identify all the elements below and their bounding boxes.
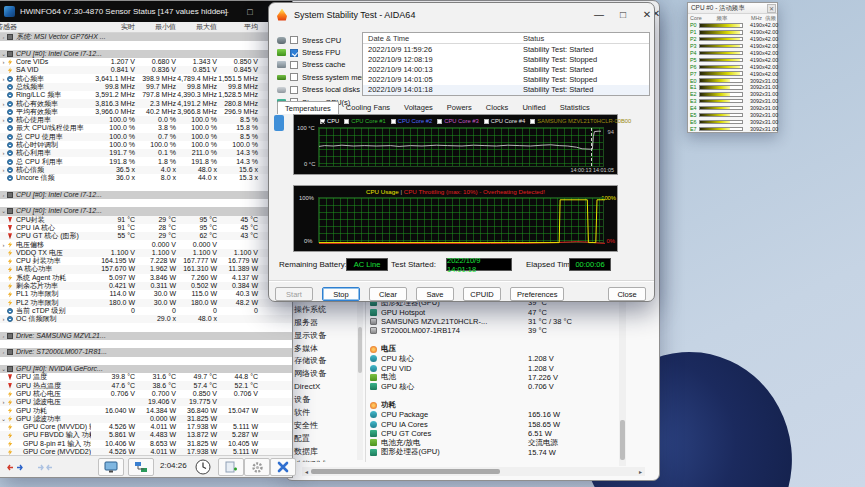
sensor-row[interactable]: ›核心利用率191.7 %0.1 %211.0 %14.3 %	[0, 149, 292, 157]
expander-icon[interactable]: ›	[0, 241, 7, 249]
expander-icon[interactable]: ›	[0, 75, 7, 83]
minimize-icon[interactable]: —	[212, 1, 236, 22]
monitor-icon[interactable]	[98, 458, 124, 476]
sensor-row[interactable]: CPU封装91 °C29 °C95 °C45 °C	[0, 216, 292, 224]
sensor-row[interactable]: Ring/LLC 频率3,591.2 MHz797.8 MHz4,390.3 M…	[0, 91, 292, 99]
hwinfo-window[interactable]: HWiNFO64 v7.30-4870 Sensor Status [147 v…	[0, 0, 293, 478]
sensor-row[interactable]: ›电压偏移0.000 V0.000 V	[0, 240, 292, 248]
sensor-row[interactable]: ›GPU 滤波电压19.406 V19.775 V	[0, 398, 292, 406]
legend-item[interactable]: CPU Core #2	[391, 118, 432, 124]
legend-checkbox[interactable]	[484, 119, 489, 124]
stress-option[interactable]: Stress CPU	[277, 34, 362, 46]
sensor-row[interactable]: GPU Core (MVVDD2) 输...4.526 W4.011 W17.9…	[0, 448, 292, 455]
sidebar-item[interactable]: 设备	[290, 393, 356, 406]
checkbox[interactable]	[290, 36, 298, 44]
sensor-row[interactable]: ›OC 倍频限制29.0 x48.0 x	[0, 315, 292, 323]
sensor-table[interactable]: ›系统: MSI Vector GP76HX ...⌄CPU [#0]: Int…	[0, 33, 292, 455]
legend-checkbox[interactable]	[530, 119, 535, 124]
sensor-item-row[interactable]: 图形处理器(GPU)15.74 W	[370, 448, 618, 457]
expander-icon[interactable]: ›	[0, 33, 7, 41]
sensor-row[interactable]: ›核心倍频36.5 x4.0 x48.0 x15.6 x	[0, 166, 292, 174]
sensor-row[interactable]: ›核心有效频率3,816.3 MHz2.3 MHz4,191.2 MHz280.…	[0, 99, 292, 107]
sensor-item-row[interactable]: 电池充/放电交流电源	[370, 438, 618, 447]
sensor-row[interactable]: PL1 功率限制114.0 W30.0 W115.0 W40.3 W	[0, 290, 292, 298]
legend-item[interactable]: SAMSUNG MZVL21T0HCLR-00B00	[530, 118, 631, 124]
sensor-item-row[interactable]: SAMSUNG MZVL21T0HCLR-...31 °C / 38 °C	[370, 317, 618, 326]
tab-temperatures[interactable]: Temperatures	[277, 101, 339, 114]
sensor-row[interactable]: 当前 cTDP 级别0000	[0, 307, 292, 315]
sidebar-item[interactable]: DirectX	[290, 380, 356, 393]
tab-statistics[interactable]: Statistics	[553, 101, 597, 114]
legend-checkbox[interactable]	[320, 119, 325, 124]
sensor-row[interactable]: GPU FBVDD 输入 功耗5.861 W4.483 W13.872 W5.2…	[0, 431, 292, 439]
legend-item[interactable]: CPU Core #1	[344, 118, 385, 124]
legend-checkbox[interactable]	[437, 119, 442, 124]
sensor-row[interactable]: 总 CPU 利用率191.8 %1.8 %191.8 %14.3 %	[0, 157, 292, 165]
expander-icon[interactable]: ›	[0, 166, 7, 174]
log-row[interactable]: 2022/10/9 14:00:13Stability Test: Starte…	[363, 64, 649, 74]
sensor-item-row[interactable]: CPU Package165.16 W	[370, 410, 618, 419]
section-header-row[interactable]: 功耗	[370, 401, 618, 410]
sensor-row[interactable]: SA VID0.841 V0.836 V0.851 V0.845 V	[0, 66, 292, 74]
sensor-row[interactable]: GPU 8-pin #1 输入 功耗10.406 W8.653 W31.825 …	[0, 440, 292, 448]
expander-icon[interactable]: ›	[0, 58, 7, 66]
expander-icon[interactable]: ›	[0, 348, 7, 356]
save-button[interactable]: Save	[416, 287, 454, 301]
sidebar-item[interactable]: 存储设备	[290, 354, 356, 367]
stability-test-window[interactable]: System Stability Test - AIDA64 — □ ✕ Str…	[268, 2, 655, 302]
network-icon[interactable]	[128, 458, 154, 476]
log-row[interactable]: 2022/10/9 11:59:26Stability Test: Starte…	[363, 44, 649, 54]
sensor-row[interactable]: IA 核心功率157.670 W1.962 W161.310 W11.389 W	[0, 265, 292, 273]
preferences-button[interactable]: Preferences	[510, 287, 564, 301]
sensor-row[interactable]: 核心时钟调制100.0 %100.0 %100.0 %100.0 %	[0, 141, 292, 149]
close-icon[interactable]: ✕	[635, 3, 659, 26]
scrollbar-thumb[interactable]	[311, 469, 500, 474]
test-log-table[interactable]: Date & Time Status 2022/10/9 11:59:26Sta…	[362, 32, 650, 96]
close-icon[interactable]: ✕	[767, 4, 776, 13]
sensor-item-row[interactable]: CPU 核心1.208 V	[370, 354, 618, 363]
checkbox[interactable]	[290, 86, 298, 94]
expander-icon[interactable]: ⌄	[0, 207, 7, 215]
maximize-icon[interactable]: □	[611, 3, 635, 26]
expander-icon[interactable]: ›	[0, 332, 7, 340]
stress-option[interactable]: Stress cache	[277, 59, 362, 71]
clock-icon[interactable]	[190, 458, 216, 476]
maximize-icon[interactable]: □	[238, 1, 262, 22]
close-button[interactable]: Close	[608, 287, 646, 301]
sensor-item-row[interactable]: GPU TDP%0%	[370, 457, 618, 458]
sensor-row[interactable]: 平均有效频率3,966.0 MHz40.2 MHz3,966.8 MHz296.…	[0, 108, 292, 116]
log-row[interactable]: 2022/10/9 12:08:19Stability Test: Stoppe…	[363, 54, 649, 64]
stress-option[interactable]: Stress local disks	[277, 84, 362, 96]
sensor-row[interactable]: Uncore 倍频36.0 x8.0 x44.0 x15.3 x	[0, 174, 292, 182]
sensor-row[interactable]: 剩余芯片功率0.421 W0.311 W0.502 W0.384 W	[0, 282, 292, 290]
content-horizontal-scrollbar[interactable]: ◂ ▸	[302, 467, 645, 476]
sidebar-item[interactable]: 显示设备	[290, 329, 356, 342]
legend-checkbox[interactable]	[391, 119, 396, 124]
sidebar-scrollbar[interactable]	[357, 297, 363, 460]
sensor-row[interactable]: 总线频率99.8 MHz99.7 MHz99.8 MHz99.8 MHz	[0, 83, 292, 91]
sidebar-item[interactable]: 多媒体	[290, 342, 356, 355]
sensor-row[interactable]: GPU Core (MVVDD) 输...4.526 W4.011 W17.93…	[0, 423, 292, 431]
sensor-row[interactable]: CPU GT 核心 (图形)55 °C29 °C62 °C43 °C	[0, 232, 292, 240]
graph-scrollbar-handle[interactable]	[274, 115, 284, 131]
sensor-row[interactable]: GPU 功耗16.040 W14.384 W36.840 W15.047 W	[0, 406, 292, 414]
sensor-group-row[interactable]: ⌄GPU [#0]: NVIDIA GeForc...	[0, 365, 292, 373]
sensor-row[interactable]: ›核心使用率100.0 %0.0 %100.0 %8.5 %	[0, 116, 292, 124]
clear-button[interactable]: Clear	[369, 287, 407, 301]
sensor-item-row[interactable]: CPU VID1.208 V	[370, 363, 618, 372]
settings-gear-icon[interactable]	[244, 458, 270, 476]
section-header-row[interactable]: 电压	[370, 345, 618, 354]
sidebar-item[interactable]: 操作系统	[290, 303, 356, 316]
sensor-row[interactable]: CPU 封装功率164.195 W7.228 W167.777 W16.779 …	[0, 257, 292, 265]
expander-icon[interactable]: ›	[0, 100, 7, 108]
sensor-item-row[interactable]: CPU GT Cores6.51 W	[370, 429, 618, 438]
log-row[interactable]: 2022/10/9 14:01:05Stability Test: Stoppe…	[363, 75, 649, 85]
report-icon[interactable]	[218, 458, 244, 476]
expander-icon[interactable]: ⌄	[0, 365, 7, 373]
sensor-group-row[interactable]: ›Drive: SAMSUNG MZVL21...	[0, 332, 292, 340]
collapse-columns-icon[interactable]	[32, 458, 58, 476]
checkbox[interactable]	[290, 73, 298, 81]
stop-button[interactable]: Stop	[322, 287, 360, 301]
sensor-row[interactable]: 总 CPU 使用率100.0 %0.7 %100.0 %8.5 %	[0, 133, 292, 141]
sensor-row[interactable]: GPU 核心电压0.706 V0.700 V0.850 V0.706 V	[0, 390, 292, 398]
